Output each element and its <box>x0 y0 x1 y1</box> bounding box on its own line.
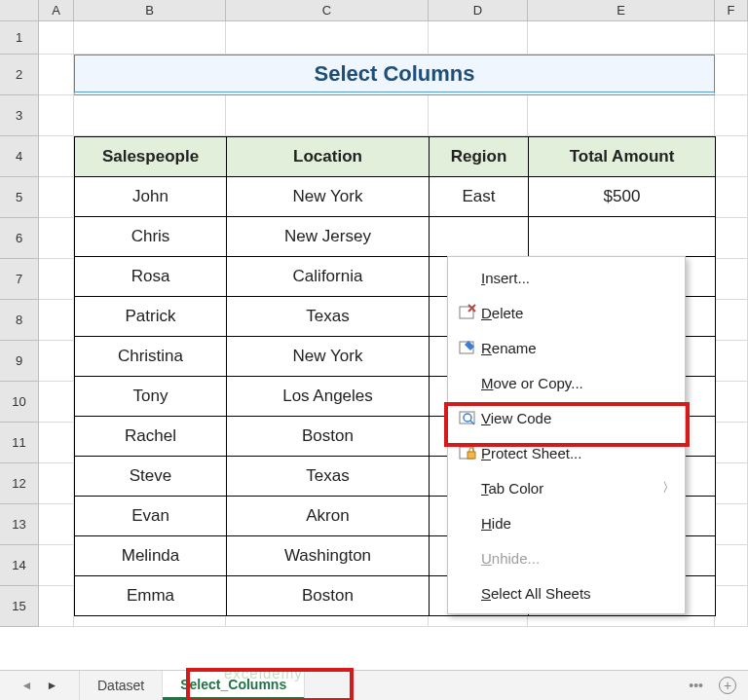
table-header-row: Salespeople Location Region Total Amount <box>75 137 716 177</box>
delete-sheet-icon <box>454 304 481 321</box>
ctx-tab-color[interactable]: Tab Color 〉 <box>450 470 683 505</box>
table-row: ChrisNew Jersey <box>75 217 716 257</box>
hdr-location[interactable]: Location <box>227 137 430 177</box>
column-headers: A B C D E F <box>0 0 748 21</box>
tab-dataset[interactable]: Dataset <box>80 671 163 700</box>
view-code-icon <box>454 409 481 426</box>
ctx-select-all-sheets[interactable]: Select All Sheets <box>450 575 683 610</box>
sheet-tab-strip: ◄ ► Dataset Select_Columns ••• + <box>0 670 748 700</box>
ctx-delete[interactable]: Delete <box>450 295 683 330</box>
nav-prev-icon[interactable]: ◄ <box>21 679 33 692</box>
hdr-region[interactable]: Region <box>430 137 529 177</box>
row-header-10[interactable]: 10 <box>0 382 38 423</box>
table-row: JohnNew YorkEast$500 <box>75 177 716 217</box>
row-header-15[interactable]: 15 <box>0 586 38 627</box>
row-header-11[interactable]: 11 <box>0 423 38 463</box>
tab-overflow-icon[interactable]: ••• <box>689 678 703 693</box>
ctx-rename[interactable]: Rename <box>450 330 683 365</box>
row-header-6[interactable]: 6 <box>0 218 38 259</box>
ctx-protect-sheet[interactable]: Protect Sheet... <box>450 435 683 470</box>
ctx-hide[interactable]: Hide <box>450 505 683 540</box>
col-header-A[interactable]: A <box>39 0 74 20</box>
row-headers: 1 2 3 4 5 6 7 8 9 10 11 12 13 14 15 <box>0 21 39 627</box>
protect-sheet-icon <box>454 444 481 461</box>
row-header-9[interactable]: 9 <box>0 341 38 382</box>
hdr-salespeople[interactable]: Salespeople <box>75 137 227 177</box>
row-header-13[interactable]: 13 <box>0 504 38 545</box>
row-header-12[interactable]: 12 <box>0 463 38 504</box>
sheet-tab-context-menu: Insert... Delete Rename Move or Copy... … <box>447 256 686 614</box>
nav-next-icon[interactable]: ► <box>47 679 58 692</box>
row-header-4[interactable]: 4 <box>0 136 38 177</box>
row-header-8[interactable]: 8 <box>0 300 38 341</box>
ctx-unhide: Unhide... <box>450 540 683 575</box>
col-header-D[interactable]: D <box>429 0 528 20</box>
row-header-7[interactable]: 7 <box>0 259 38 300</box>
row-header-5[interactable]: 5 <box>0 177 38 218</box>
new-sheet-button[interactable]: + <box>719 677 736 694</box>
col-header-E[interactable]: E <box>528 0 715 20</box>
chevron-right-icon: 〉 <box>662 479 675 497</box>
hdr-total[interactable]: Total Amount <box>529 137 716 177</box>
tab-select-columns[interactable]: Select_Columns <box>163 671 305 700</box>
col-header-B[interactable]: B <box>74 0 226 20</box>
row-header-1[interactable]: 1 <box>0 21 38 55</box>
col-header-C[interactable]: C <box>226 0 429 20</box>
row-header-2[interactable]: 2 <box>0 55 38 95</box>
row-header-3[interactable]: 3 <box>0 95 38 136</box>
select-all-corner[interactable] <box>0 0 39 20</box>
rename-icon <box>454 339 481 356</box>
ctx-insert[interactable]: Insert... <box>450 260 683 295</box>
tab-nav-arrows[interactable]: ◄ ► <box>0 671 80 700</box>
page-title: Select Columns <box>74 55 715 95</box>
ctx-move-copy[interactable]: Move or Copy... <box>450 365 683 400</box>
col-header-F[interactable]: F <box>715 0 748 20</box>
row-header-14[interactable]: 14 <box>0 545 38 586</box>
svg-rect-8 <box>468 452 475 459</box>
svg-point-5 <box>464 414 471 422</box>
ctx-view-code[interactable]: View Code <box>450 400 683 435</box>
